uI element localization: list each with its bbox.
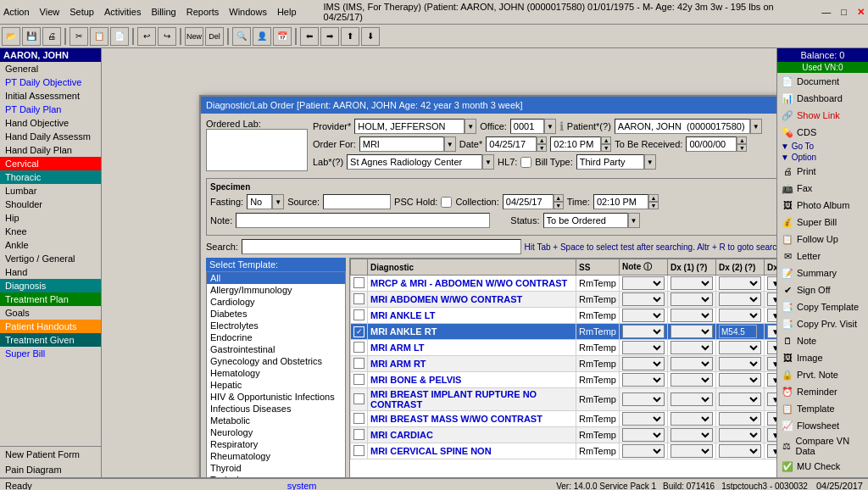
template-item-gynecology[interactable]: Gynecology and Obstetrics: [207, 355, 345, 367]
sidebar-item-hand[interactable]: Hand: [0, 265, 101, 279]
sidebar-item-pt-daily-plan[interactable]: PT Daily Plan: [0, 103, 101, 116]
toolbar-btn-4[interactable]: ✂: [70, 27, 88, 46]
sidebar-item-vertigo[interactable]: Vertigo / General: [0, 252, 101, 265]
right-btn-image[interactable]: 🖼 Image: [777, 349, 868, 366]
minimize-btn[interactable]: —: [821, 7, 831, 17]
dx2-select-8[interactable]: [719, 393, 761, 406]
right-btn-sign-off[interactable]: ✔ Sign Off: [777, 281, 868, 298]
row-checkbox-3[interactable]: [353, 309, 364, 320]
collection-date-input[interactable]: [503, 194, 554, 209]
date-spin-down[interactable]: ▼: [537, 144, 547, 152]
toolbar-btn-3[interactable]: 🖨: [42, 27, 61, 46]
dx1-select-11[interactable]: [670, 444, 713, 458]
sidebar-item-hand-daily-assessm[interactable]: Hand Daily Assessm: [0, 130, 101, 143]
bill-type-input[interactable]: [576, 154, 644, 170]
time-spin-up[interactable]: ▲: [601, 136, 611, 144]
received-input[interactable]: [686, 136, 737, 152]
row-checkbox-9[interactable]: [353, 413, 364, 424]
diagnostic-link-4[interactable]: MRI ANKLE RT: [370, 326, 437, 337]
diagnostic-link-6[interactable]: MRI ARM RT: [370, 359, 426, 369]
diagnostic-link-2[interactable]: MRI ABDOMEN W/WO CONTRAST: [370, 294, 522, 304]
fasting-dropdown-btn[interactable]: ▼: [272, 194, 284, 209]
row-checkbox-7[interactable]: [353, 374, 364, 385]
patient-input[interactable]: [615, 119, 750, 134]
dx-select-4[interactable]: ▼ D.: [767, 325, 776, 338]
toolbar-btn-7[interactable]: ↩: [137, 27, 156, 46]
template-item-thyroid[interactable]: Thyroid: [207, 462, 345, 474]
fasting-input[interactable]: [247, 194, 272, 209]
sidebar-item-thoracic[interactable]: Thoracic: [0, 170, 101, 184]
dx1-select-5[interactable]: [670, 341, 713, 354]
diagnostic-link-9[interactable]: MRI BREAST MASS W/WO CONTRAST: [370, 414, 542, 424]
lab-input[interactable]: [347, 154, 482, 170]
right-btn-print[interactable]: 🖨 Print: [777, 163, 868, 180]
sidebar-item-initial-assessment[interactable]: Initial Assessment: [0, 89, 101, 103]
right-btn-show-link[interactable]: 🔗 Show Link: [777, 107, 868, 124]
right-btn-super-bill[interactable]: 💰 Super Bill: [777, 214, 868, 231]
note-select-10[interactable]: [622, 428, 665, 442]
order-for-input[interactable]: [359, 136, 444, 152]
menu-billing[interactable]: Billing: [151, 7, 175, 17]
note-select-1[interactable]: [622, 276, 665, 290]
collection-time-input[interactable]: [593, 194, 648, 209]
toolbar-btn-2[interactable]: 💾: [22, 27, 41, 46]
right-btn-cds[interactable]: 💊 CDS: [777, 124, 868, 141]
dx-select-11[interactable]: ▼ D.: [767, 444, 776, 458]
collection-time-spin[interactable]: ▲ ▼: [593, 194, 659, 209]
sidebar-item-treatment-plan[interactable]: Treatment Plan: [0, 292, 101, 306]
diagnostic-link-8[interactable]: MRI BREAST IMPLANT RUPTURE NO CONTRAST: [370, 389, 537, 409]
dx2-select-11[interactable]: [719, 444, 761, 458]
sidebar-item-pt-daily-obj[interactable]: PT Daily Objective: [0, 75, 101, 89]
template-list[interactable]: All Allergy/Immunology Cardiology Diabet…: [206, 271, 346, 477]
maximize-btn[interactable]: □: [841, 7, 847, 17]
right-btn-reminder[interactable]: ⏰ Reminder: [777, 383, 868, 400]
menu-windows[interactable]: Windows: [229, 7, 267, 17]
date-spin-btns[interactable]: ▲ ▼: [537, 136, 547, 152]
dx2-input-4[interactable]: [719, 325, 757, 338]
dx1-select-4[interactable]: [670, 325, 713, 338]
date-spin-up[interactable]: ▲: [537, 136, 547, 144]
sidebar-item-hip[interactable]: Hip: [0, 211, 101, 225]
sidebar-item-super-bill[interactable]: Super Bill: [0, 347, 101, 360]
dx1-select-9[interactable]: [670, 412, 713, 426]
source-input[interactable]: [323, 194, 391, 209]
sidebar-item-cervical[interactable]: Cervical: [0, 157, 101, 170]
note-select-9[interactable]: [622, 412, 665, 426]
menu-view[interactable]: View: [40, 7, 60, 17]
sidebar-item-diagnosis[interactable]: Diagnosis: [0, 279, 101, 292]
time-spin[interactable]: ▲ ▼: [550, 136, 611, 152]
row-checkbox-6[interactable]: [353, 358, 364, 369]
template-item-toxicology[interactable]: Toxicology: [207, 474, 345, 477]
note-select-2[interactable]: [622, 292, 665, 306]
note-select-3[interactable]: [622, 309, 665, 322]
dx-select-3[interactable]: ▼ D.: [767, 309, 776, 322]
collection-date-down[interactable]: ▼: [554, 202, 564, 209]
right-btn-summary[interactable]: 📝 Summary: [777, 264, 868, 281]
row-checkbox-11[interactable]: [353, 445, 364, 456]
dx-select-6[interactable]: ▼ D.: [767, 357, 776, 370]
note-input[interactable]: [236, 213, 490, 228]
template-item-metabolic[interactable]: Metabolic: [207, 415, 345, 426]
right-btn-copy-prv-visit[interactable]: 📑 Copy Prv. Visit: [777, 315, 868, 332]
dx2-select-6[interactable]: [719, 357, 761, 370]
right-btn-copy-template[interactable]: 📑 Copy Template: [777, 298, 868, 315]
dx1-select-8[interactable]: [670, 393, 713, 406]
lab-combo[interactable]: ▼: [347, 154, 494, 170]
dx-select-5[interactable]: ▼ D.: [767, 341, 776, 354]
template-item-diabetes[interactable]: Diabetes: [207, 308, 345, 320]
dx2-select-7[interactable]: [719, 373, 761, 387]
template-item-hiv[interactable]: HIV & Opportunistic Infections: [207, 391, 345, 403]
row-checkbox-1[interactable]: [353, 277, 364, 288]
template-item-neurology[interactable]: Neurology: [207, 426, 345, 438]
template-item-hematology[interactable]: Hematology: [207, 367, 345, 379]
sidebar-item-general[interactable]: General: [0, 62, 101, 75]
dx1-select-6[interactable]: [670, 357, 713, 370]
right-btn-letter[interactable]: ✉ Letter: [777, 248, 868, 264]
menu-reports[interactable]: Reports: [186, 7, 220, 17]
menu-activities[interactable]: Activities: [104, 7, 141, 17]
row-checkbox-2[interactable]: [353, 293, 364, 304]
patient-dropdown-btn[interactable]: ▼: [750, 119, 762, 134]
fasting-combo[interactable]: ▼: [247, 194, 284, 209]
office-dropdown-btn[interactable]: ▼: [544, 119, 556, 134]
right-btn-dashboard[interactable]: 📊 Dashboard: [777, 90, 868, 107]
